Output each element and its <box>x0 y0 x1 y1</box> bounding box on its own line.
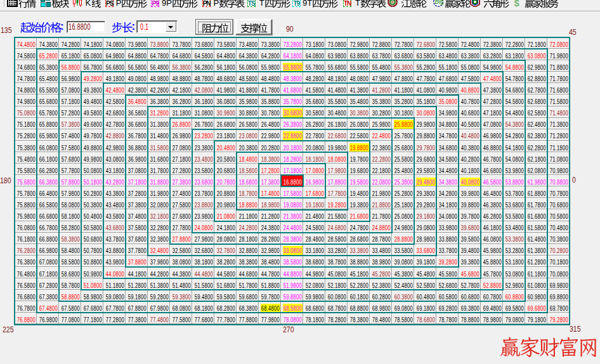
svg-text:Big: Big <box>435 0 444 5</box>
